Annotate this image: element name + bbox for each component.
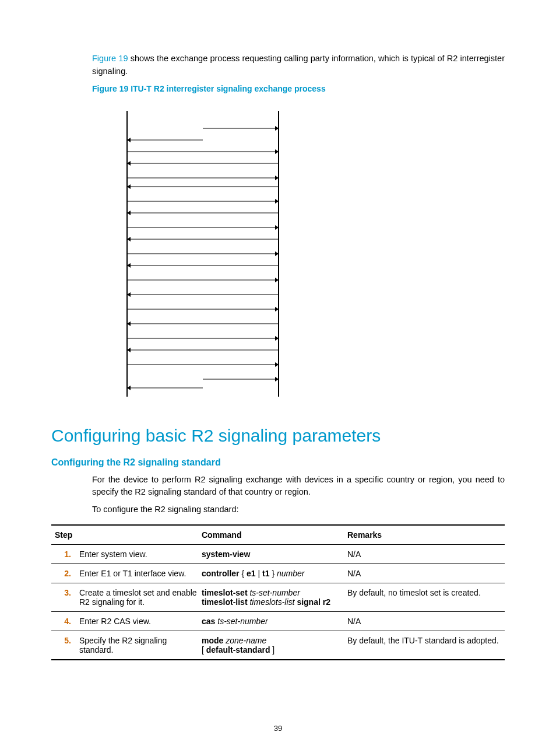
step-command: mode zone-name[ default-standard ]: [199, 631, 345, 660]
table-row: 2.Enter E1 or T1 interface view.controll…: [51, 564, 505, 583]
intro-paragraph-rest: shows the exchange process requesting ca…: [92, 54, 505, 76]
subsection-heading: Configuring the R2 signaling standard: [51, 457, 505, 468]
th-remarks: Remarks: [345, 525, 505, 545]
step-number: 2.: [51, 564, 77, 583]
table-row: 5.Specify the R2 signaling standard.mode…: [51, 631, 505, 660]
steps-table: Step Command Remarks 1.Enter system view…: [51, 524, 505, 660]
step-remarks: N/A: [345, 564, 505, 583]
step-command: timeslot-set ts-set-numbertimeslot-list …: [199, 583, 345, 611]
step-number: 3.: [51, 583, 77, 611]
step-description: Specify the R2 signaling standard.: [77, 631, 199, 660]
section-para-1: For the device to perform R2 signaling e…: [92, 474, 505, 499]
step-command: controller { e1 | t1 } number: [199, 564, 345, 583]
figure-ref-link[interactable]: Figure 19: [92, 54, 128, 63]
step-description: Enter E1 or T1 interface view.: [77, 564, 199, 583]
step-command: cas ts-set-number: [199, 611, 345, 631]
step-number: 4.: [51, 611, 77, 631]
table-row: 4.Enter R2 CAS view.cas ts-set-numberN/A: [51, 611, 505, 631]
step-remarks: N/A: [345, 544, 505, 564]
table-row: 1.Enter system view.system-viewN/A: [51, 544, 505, 564]
page-number: 39: [0, 724, 556, 733]
page: Figure 19 shows the exchange process req…: [0, 0, 556, 756]
th-step: Step: [51, 525, 199, 545]
step-remarks: By default, no timeslot set is created.: [345, 583, 505, 611]
intro-paragraph: Figure 19 shows the exchange process req…: [92, 52, 505, 78]
step-description: Enter system view.: [77, 544, 199, 564]
section-heading: Configuring basic R2 signaling parameter…: [51, 426, 505, 446]
step-number: 5.: [51, 631, 77, 660]
step-number: 1.: [51, 544, 77, 564]
step-remarks: N/A: [345, 611, 505, 631]
section-para-2: To configure the R2 signaling standard:: [92, 503, 505, 516]
table-row: 3.Create a timeslot set and enable R2 si…: [51, 583, 505, 611]
signaling-diagram: [121, 105, 505, 402]
th-command: Command: [199, 525, 345, 545]
step-command: system-view: [199, 544, 345, 564]
step-remarks: By default, the ITU-T standard is adopte…: [345, 631, 505, 660]
step-description: Create a timeslot set and enable R2 sign…: [77, 583, 199, 611]
figure-caption: Figure 19 ITU-T R2 interregister signali…: [92, 84, 505, 93]
step-description: Enter R2 CAS view.: [77, 611, 199, 631]
